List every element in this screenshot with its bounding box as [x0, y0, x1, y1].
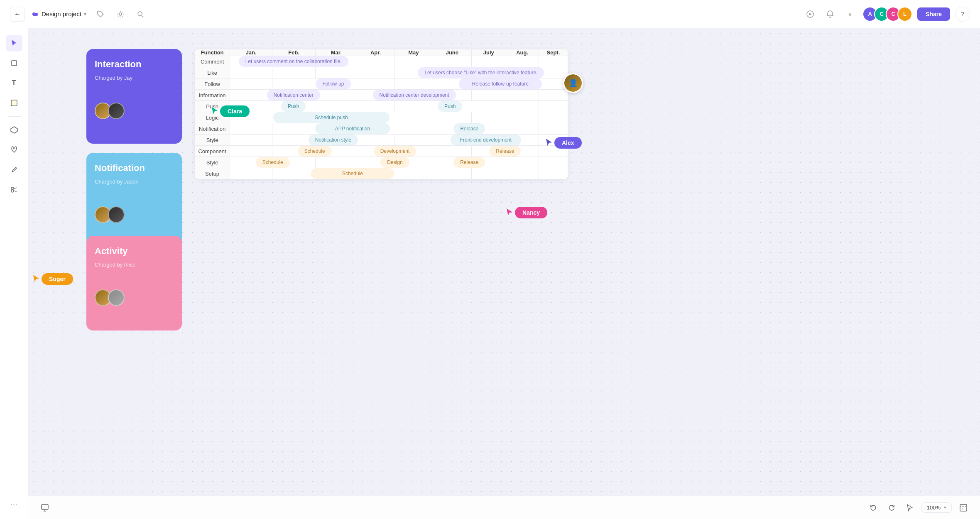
chevron-icon: ▾	[84, 11, 86, 17]
sidebar-brush-icon[interactable]	[6, 162, 22, 178]
settings-icon[interactable]	[113, 7, 128, 22]
tag-push2: Push	[438, 101, 462, 112]
cell-follow-span2: Release follow-up feature	[433, 78, 568, 90]
cursor-label-nancy: Nancy	[515, 207, 547, 218]
col-jan: Jan.	[230, 49, 272, 56]
cell-act-style-sep	[539, 157, 568, 168]
cell-comment-jul	[471, 56, 506, 67]
activity-card[interactable]: Activity Charged by Alice	[86, 236, 182, 330]
tag-comp-release: Release	[489, 146, 521, 157]
search-icon[interactable]	[133, 7, 148, 22]
cell-logic-jun	[433, 112, 471, 123]
tag-comp-schedule: Schedule	[298, 146, 332, 157]
sidebar-divider	[7, 116, 21, 117]
sidebar-more-icon[interactable]: ···	[6, 496, 22, 512]
presentation-icon[interactable]	[38, 501, 51, 514]
cursor-arrow-suger	[32, 274, 41, 284]
col-may: May	[394, 49, 433, 56]
tag-app-notif: APP notification	[315, 123, 390, 134]
redo-button[interactable]	[885, 501, 898, 514]
interaction-card[interactable]: Interaction Charged by Jay	[86, 49, 182, 144]
sidebar-frame-icon[interactable]	[6, 55, 22, 71]
left-sidebar: T ···	[0, 28, 28, 519]
canvas: Interaction Charged by Jay Notification …	[28, 28, 980, 519]
sidebar-pen-icon[interactable]	[6, 142, 22, 158]
map-view-icon[interactable]	[957, 501, 970, 514]
project-name[interactable]: Design project ▾	[32, 10, 86, 18]
cell-style-may	[394, 135, 433, 146]
label-component: Component	[195, 146, 230, 157]
project-title: Design project	[42, 10, 81, 17]
interaction-card-title: Interaction	[95, 59, 174, 70]
cell-comment-aug	[506, 56, 539, 67]
tag-schedule-push: Schedule push	[273, 112, 390, 123]
cell-comment-apr	[357, 56, 394, 67]
tag-like: Let users choose "Like" with the interac…	[418, 67, 544, 78]
zoom-value: 100%	[927, 504, 941, 511]
notification-icon[interactable]	[823, 7, 838, 22]
cell-info-jul	[471, 90, 506, 101]
cursor-alex: Alex	[545, 137, 582, 149]
sidebar-component-icon[interactable]	[6, 122, 22, 138]
cell-like-span: Let users choose "Like" with the interac…	[394, 67, 568, 78]
cell-notif-span1: APP notification	[272, 123, 433, 135]
col-apr: Apr.	[357, 49, 394, 56]
topbar-right: ∨ A C C L Share ?	[803, 7, 970, 22]
share-button[interactable]: Share	[917, 7, 950, 21]
cell-follow-jan	[230, 78, 272, 90]
back-button[interactable]: ←	[10, 7, 25, 22]
help-button[interactable]: ?	[955, 7, 970, 22]
play-icon[interactable]	[803, 7, 818, 22]
label-information: Information	[195, 90, 230, 101]
expand-icon[interactable]: ∨	[843, 7, 858, 22]
user-photo-avatar: 👤	[563, 73, 583, 93]
tag-push1: Push	[281, 101, 306, 112]
cursor-arrow-alex	[545, 138, 554, 148]
cell-logic-aug	[506, 112, 539, 123]
table-row-setup: Setup Schedule	[195, 168, 568, 179]
table-row-follow: Follow Follow-up Release follow-up featu…	[195, 78, 568, 90]
notification-card[interactable]: Notification Charged by Jason	[86, 153, 182, 247]
tag-comment: Let users comment on the collaboration f…	[239, 56, 348, 67]
cell-like-feb	[272, 67, 316, 78]
svg-point-1	[32, 12, 36, 15]
undo-button[interactable]	[867, 501, 880, 514]
sidebar-text-icon[interactable]: T	[6, 75, 22, 91]
col-sept: Sept.	[539, 49, 568, 56]
svg-rect-6	[12, 61, 17, 66]
cell-setup-span: Schedule	[272, 168, 433, 179]
tag-comp-dev: Development	[374, 146, 416, 157]
tag-notif-dev: Notification center development	[373, 90, 456, 100]
cell-info-span1: Notification center	[230, 90, 357, 101]
cell-comp-span3: Release	[471, 146, 539, 157]
cell-notif-jan	[230, 123, 272, 135]
tag-icon[interactable]	[93, 7, 108, 22]
label-notification: Notification	[195, 123, 230, 135]
label-like: Like	[195, 67, 230, 78]
cell-comment-may	[394, 56, 433, 67]
col-june: June	[433, 49, 471, 56]
svg-point-9	[13, 147, 15, 149]
notification-card-avatars	[95, 206, 174, 223]
cursor-tool-icon[interactable]	[903, 501, 916, 514]
tag-release: Release	[453, 123, 485, 134]
cursor-nancy: Nancy	[506, 207, 547, 218]
cell-info-aug	[506, 90, 539, 101]
roadmap-table: Function Jan. Feb. Mar. Apr. May June Ju…	[194, 49, 568, 179]
activity-card-avatars	[95, 289, 174, 306]
bottombar: 100% ▾	[28, 496, 980, 519]
cell-setup-aug	[506, 168, 539, 179]
cursor-label-suger: Suger	[42, 273, 73, 285]
cell-setup-jul	[471, 168, 506, 179]
sidebar-sticky-icon[interactable]	[6, 95, 22, 111]
activity-card-title: Activity	[95, 246, 174, 257]
zoom-control[interactable]: 100% ▾	[921, 502, 952, 513]
sidebar-cursor-icon[interactable]	[6, 35, 22, 51]
cell-logic-jul	[471, 112, 506, 123]
cloud-icon	[32, 10, 39, 18]
sidebar-scissor-icon[interactable]	[6, 181, 22, 198]
notification-card-title: Notification	[95, 163, 174, 174]
cell-comment-jun	[433, 56, 471, 67]
notification-card-subtitle: Charged by Jason	[95, 179, 174, 185]
topbar-left: ← Design project ▾	[10, 7, 148, 22]
